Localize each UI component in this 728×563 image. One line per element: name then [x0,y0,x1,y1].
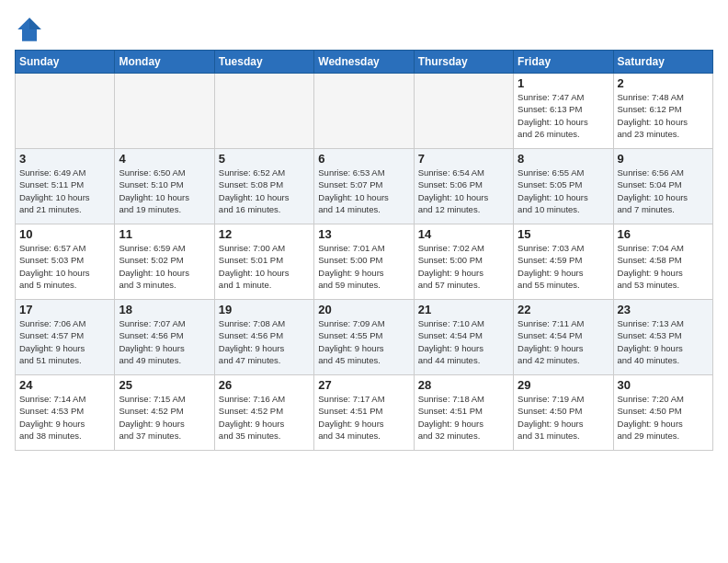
calendar-day-cell [314,74,414,149]
calendar-day-header: Monday [115,51,214,74]
calendar-day-cell: 25Sunrise: 7:15 AMSunset: 4:52 PMDayligh… [115,375,214,451]
calendar-day-cell: 4Sunrise: 6:50 AMSunset: 5:10 PMDaylight… [115,149,214,224]
calendar-week-row: 17Sunrise: 7:06 AMSunset: 4:57 PMDayligh… [16,300,713,375]
day-number: 26 [219,378,310,392]
day-info: Sunrise: 7:10 AMSunset: 4:54 PMDaylight:… [418,317,509,366]
day-info: Sunrise: 7:48 AMSunset: 6:12 PMDaylight:… [618,91,709,140]
logo-icon [15,15,44,44]
calendar-day-cell [16,74,115,149]
day-info: Sunrise: 7:18 AMSunset: 4:51 PMDaylight:… [418,393,509,442]
day-number: 16 [618,227,709,241]
day-info: Sunrise: 7:07 AMSunset: 4:56 PMDaylight:… [119,317,210,366]
calendar-day-cell: 20Sunrise: 7:09 AMSunset: 4:55 PMDayligh… [314,300,414,375]
day-number: 11 [119,227,210,241]
day-number: 13 [318,227,409,241]
calendar-day-cell [214,74,313,149]
day-number: 3 [19,152,110,166]
calendar-day-cell: 1Sunrise: 7:47 AMSunset: 6:13 PMDaylight… [514,74,613,149]
calendar-day-cell: 30Sunrise: 7:20 AMSunset: 4:50 PMDayligh… [613,375,712,451]
day-info: Sunrise: 7:17 AMSunset: 4:51 PMDaylight:… [318,393,409,442]
day-info: Sunrise: 6:55 AMSunset: 5:05 PMDaylight:… [518,167,609,215]
day-info: Sunrise: 7:47 AMSunset: 6:13 PMDaylight:… [518,91,609,140]
day-number: 30 [618,378,709,392]
calendar-day-cell: 7Sunrise: 6:54 AMSunset: 5:06 PMDaylight… [414,149,513,224]
day-number: 8 [518,152,609,166]
day-info: Sunrise: 7:03 AMSunset: 4:59 PMDaylight:… [518,242,609,291]
day-info: Sunrise: 6:49 AMSunset: 5:11 PMDaylight:… [19,167,110,215]
calendar-day-cell: 27Sunrise: 7:17 AMSunset: 4:51 PMDayligh… [314,375,414,451]
calendar-day-cell: 13Sunrise: 7:01 AMSunset: 5:00 PMDayligh… [314,224,414,300]
day-number: 6 [318,152,409,166]
page-container: SundayMondayTuesdayWednesdayThursdayFrid… [0,0,728,458]
day-number: 25 [119,378,210,392]
day-info: Sunrise: 7:00 AMSunset: 5:01 PMDaylight:… [219,242,310,291]
day-number: 29 [518,378,609,392]
day-info: Sunrise: 6:54 AMSunset: 5:06 PMDaylight:… [418,167,509,215]
day-info: Sunrise: 7:11 AMSunset: 4:54 PMDaylight:… [518,317,609,366]
day-number: 18 [119,303,210,316]
calendar-day-cell: 28Sunrise: 7:18 AMSunset: 4:51 PMDayligh… [414,375,513,451]
calendar-day-cell: 14Sunrise: 7:02 AMSunset: 5:00 PMDayligh… [414,224,513,300]
day-number: 9 [618,152,709,166]
calendar-day-header: Friday [514,51,613,74]
day-number: 7 [418,152,509,166]
day-number: 15 [518,227,609,241]
day-info: Sunrise: 7:09 AMSunset: 4:55 PMDaylight:… [318,317,409,366]
day-number: 12 [219,227,310,241]
calendar-day-cell: 12Sunrise: 7:00 AMSunset: 5:01 PMDayligh… [214,224,313,300]
day-info: Sunrise: 6:57 AMSunset: 5:03 PMDaylight:… [19,242,110,291]
day-number: 17 [19,303,110,316]
calendar-day-cell: 24Sunrise: 7:14 AMSunset: 4:53 PMDayligh… [16,375,115,451]
day-info: Sunrise: 7:16 AMSunset: 4:52 PMDaylight:… [219,393,310,442]
day-info: Sunrise: 6:53 AMSunset: 5:07 PMDaylight:… [318,167,409,215]
day-info: Sunrise: 7:01 AMSunset: 5:00 PMDaylight:… [318,242,409,291]
day-number: 1 [518,76,609,90]
calendar-day-cell: 23Sunrise: 7:13 AMSunset: 4:53 PMDayligh… [613,300,712,375]
calendar-week-row: 1Sunrise: 7:47 AMSunset: 6:13 PMDaylight… [16,74,713,149]
calendar-day-cell: 21Sunrise: 7:10 AMSunset: 4:54 PMDayligh… [414,300,513,375]
calendar-day-header: Saturday [613,51,712,74]
day-info: Sunrise: 7:04 AMSunset: 4:58 PMDaylight:… [618,242,709,291]
calendar-day-cell: 10Sunrise: 6:57 AMSunset: 5:03 PMDayligh… [16,224,115,300]
day-info: Sunrise: 7:08 AMSunset: 4:56 PMDaylight:… [219,317,310,366]
day-number: 22 [518,303,609,316]
day-info: Sunrise: 7:02 AMSunset: 5:00 PMDaylight:… [418,242,509,291]
day-number: 28 [418,378,509,392]
calendar-day-header: Sunday [16,51,115,74]
day-number: 20 [318,303,409,316]
calendar-header-row: SundayMondayTuesdayWednesdayThursdayFrid… [16,51,713,74]
calendar-day-cell: 17Sunrise: 7:06 AMSunset: 4:57 PMDayligh… [16,300,115,375]
calendar: SundayMondayTuesdayWednesdayThursdayFrid… [15,50,713,451]
header [15,11,713,44]
calendar-day-cell: 19Sunrise: 7:08 AMSunset: 4:56 PMDayligh… [214,300,313,375]
calendar-day-cell: 22Sunrise: 7:11 AMSunset: 4:54 PMDayligh… [514,300,613,375]
day-info: Sunrise: 6:50 AMSunset: 5:10 PMDaylight:… [119,167,210,215]
day-info: Sunrise: 7:14 AMSunset: 4:53 PMDaylight:… [19,393,110,442]
day-number: 5 [219,152,310,166]
day-info: Sunrise: 6:59 AMSunset: 5:02 PMDaylight:… [119,242,210,291]
day-number: 4 [119,152,210,166]
day-info: Sunrise: 6:52 AMSunset: 5:08 PMDaylight:… [219,167,310,215]
calendar-day-cell: 15Sunrise: 7:03 AMSunset: 4:59 PMDayligh… [514,224,613,300]
day-info: Sunrise: 7:13 AMSunset: 4:53 PMDaylight:… [618,317,709,366]
calendar-day-cell: 18Sunrise: 7:07 AMSunset: 4:56 PMDayligh… [115,300,214,375]
calendar-week-row: 3Sunrise: 6:49 AMSunset: 5:11 PMDaylight… [16,149,713,224]
day-number: 23 [618,303,709,316]
calendar-day-header: Thursday [414,51,513,74]
day-info: Sunrise: 7:19 AMSunset: 4:50 PMDaylight:… [518,393,609,442]
calendar-day-cell: 26Sunrise: 7:16 AMSunset: 4:52 PMDayligh… [214,375,313,451]
calendar-day-cell [115,74,214,149]
calendar-day-header: Wednesday [314,51,414,74]
calendar-day-cell: 9Sunrise: 6:56 AMSunset: 5:04 PMDaylight… [613,149,712,224]
day-info: Sunrise: 7:06 AMSunset: 4:57 PMDaylight:… [19,317,110,366]
day-number: 19 [219,303,310,316]
day-number: 21 [418,303,509,316]
logo [15,15,48,44]
day-number: 24 [19,378,110,392]
day-number: 10 [19,227,110,241]
calendar-day-cell: 6Sunrise: 6:53 AMSunset: 5:07 PMDaylight… [314,149,414,224]
calendar-day-cell: 29Sunrise: 7:19 AMSunset: 4:50 PMDayligh… [514,375,613,451]
calendar-week-row: 24Sunrise: 7:14 AMSunset: 4:53 PMDayligh… [16,375,713,451]
day-info: Sunrise: 7:20 AMSunset: 4:50 PMDaylight:… [618,393,709,442]
calendar-day-cell: 5Sunrise: 6:52 AMSunset: 5:08 PMDaylight… [214,149,313,224]
